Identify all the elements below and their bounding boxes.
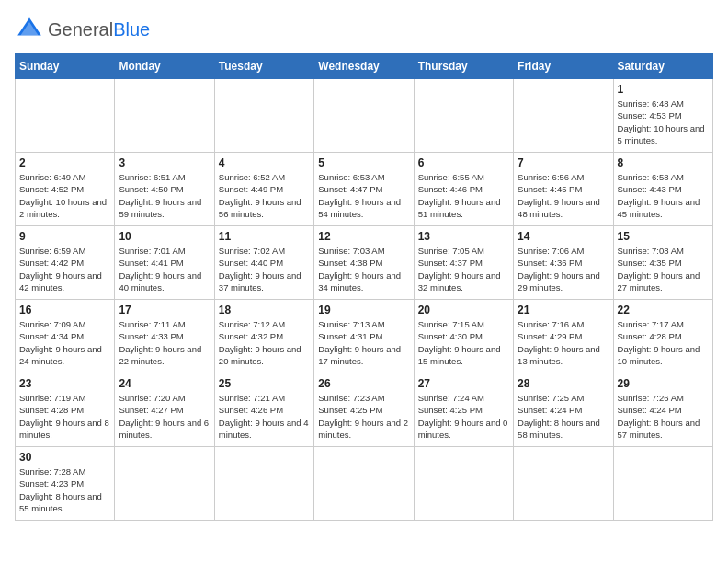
day-info: Sunrise: 7:17 AM Sunset: 4:28 PM Dayligh… xyxy=(618,318,709,367)
calendar-day-5: 5Sunrise: 6:53 AM Sunset: 4:47 PM Daylig… xyxy=(314,153,414,226)
day-info: Sunrise: 7:02 AM Sunset: 4:40 PM Dayligh… xyxy=(219,245,310,293)
calendar-week-2: 2Sunrise: 6:49 AM Sunset: 4:52 PM Daylig… xyxy=(16,153,713,226)
day-info: Sunrise: 7:23 AM Sunset: 4:25 PM Dayligh… xyxy=(318,392,409,441)
calendar-week-3: 9Sunrise: 6:59 AM Sunset: 4:42 PM Daylig… xyxy=(16,226,713,300)
calendar-day-12: 12Sunrise: 7:03 AM Sunset: 4:38 PM Dayli… xyxy=(314,226,414,300)
day-number: 22 xyxy=(618,304,709,316)
calendar-empty-cell xyxy=(115,447,214,521)
logo-blue: Blue xyxy=(113,19,150,40)
calendar-empty-cell xyxy=(214,447,313,521)
calendar-empty-cell xyxy=(214,79,313,153)
calendar-day-28: 28Sunrise: 7:25 AM Sunset: 4:24 PM Dayli… xyxy=(514,373,613,447)
calendar-day-21: 21Sunrise: 7:16 AM Sunset: 4:29 PM Dayli… xyxy=(514,300,613,373)
day-info: Sunrise: 7:13 AM Sunset: 4:31 PM Dayligh… xyxy=(318,318,409,367)
calendar-day-18: 18Sunrise: 7:12 AM Sunset: 4:32 PM Dayli… xyxy=(214,300,313,373)
calendar-header-sunday: Sunday xyxy=(16,54,115,79)
day-number: 20 xyxy=(418,304,509,316)
calendar-day-11: 11Sunrise: 7:02 AM Sunset: 4:40 PM Dayli… xyxy=(214,226,313,300)
day-number: 27 xyxy=(418,377,509,390)
day-info: Sunrise: 7:15 AM Sunset: 4:30 PM Dayligh… xyxy=(418,318,509,367)
day-number: 24 xyxy=(119,377,210,390)
logo: GeneralBlue xyxy=(15,15,150,44)
day-info: Sunrise: 6:53 AM Sunset: 4:47 PM Dayligh… xyxy=(318,171,409,220)
logo-text: GeneralBlue xyxy=(48,20,150,39)
generalblue-logo-icon xyxy=(15,15,44,44)
day-number: 18 xyxy=(219,304,310,316)
day-number: 8 xyxy=(618,156,709,169)
day-info: Sunrise: 7:25 AM Sunset: 4:24 PM Dayligh… xyxy=(518,392,609,441)
calendar-header-row: SundayMondayTuesdayWednesdayThursdayFrid… xyxy=(16,54,713,79)
day-info: Sunrise: 7:05 AM Sunset: 4:37 PM Dayligh… xyxy=(418,245,509,293)
calendar-table: SundayMondayTuesdayWednesdayThursdayFrid… xyxy=(15,53,713,521)
day-info: Sunrise: 7:01 AM Sunset: 4:41 PM Dayligh… xyxy=(119,245,210,293)
calendar-empty-cell xyxy=(314,79,414,153)
day-info: Sunrise: 6:58 AM Sunset: 4:43 PM Dayligh… xyxy=(618,171,709,220)
calendar-week-5: 23Sunrise: 7:19 AM Sunset: 4:28 PM Dayli… xyxy=(16,373,713,447)
calendar-day-17: 17Sunrise: 7:11 AM Sunset: 4:33 PM Dayli… xyxy=(115,300,214,373)
day-info: Sunrise: 7:19 AM Sunset: 4:28 PM Dayligh… xyxy=(19,392,110,441)
day-number: 4 xyxy=(219,156,310,169)
day-number: 17 xyxy=(119,304,210,316)
day-info: Sunrise: 7:16 AM Sunset: 4:29 PM Dayligh… xyxy=(518,318,609,367)
page-header: GeneralBlue xyxy=(15,15,713,44)
day-number: 3 xyxy=(119,156,210,169)
day-number: 21 xyxy=(518,304,609,316)
calendar-day-3: 3Sunrise: 6:51 AM Sunset: 4:50 PM Daylig… xyxy=(115,153,214,226)
calendar-day-22: 22Sunrise: 7:17 AM Sunset: 4:28 PM Dayli… xyxy=(613,300,712,373)
calendar-day-2: 2Sunrise: 6:49 AM Sunset: 4:52 PM Daylig… xyxy=(16,153,115,226)
day-info: Sunrise: 6:55 AM Sunset: 4:46 PM Dayligh… xyxy=(418,171,509,220)
calendar-empty-cell xyxy=(115,79,214,153)
calendar-week-4: 16Sunrise: 7:09 AM Sunset: 4:34 PM Dayli… xyxy=(16,300,713,373)
day-info: Sunrise: 7:20 AM Sunset: 4:27 PM Dayligh… xyxy=(119,392,210,441)
calendar-day-25: 25Sunrise: 7:21 AM Sunset: 4:26 PM Dayli… xyxy=(214,373,313,447)
day-number: 13 xyxy=(418,230,509,243)
day-info: Sunrise: 7:09 AM Sunset: 4:34 PM Dayligh… xyxy=(19,318,110,367)
calendar-empty-cell xyxy=(514,79,613,153)
calendar-header-friday: Friday xyxy=(514,54,613,79)
day-info: Sunrise: 7:21 AM Sunset: 4:26 PM Dayligh… xyxy=(219,392,310,441)
day-number: 30 xyxy=(19,451,110,464)
day-info: Sunrise: 7:28 AM Sunset: 4:23 PM Dayligh… xyxy=(19,465,110,514)
day-number: 16 xyxy=(19,304,110,316)
day-info: Sunrise: 6:51 AM Sunset: 4:50 PM Dayligh… xyxy=(119,171,210,220)
day-info: Sunrise: 6:48 AM Sunset: 4:53 PM Dayligh… xyxy=(618,98,709,146)
calendar-empty-cell xyxy=(16,79,115,153)
day-number: 26 xyxy=(318,377,409,390)
calendar-day-26: 26Sunrise: 7:23 AM Sunset: 4:25 PM Dayli… xyxy=(314,373,414,447)
calendar-header-thursday: Thursday xyxy=(414,54,513,79)
day-number: 14 xyxy=(518,230,609,243)
calendar-empty-cell xyxy=(314,447,414,521)
day-number: 2 xyxy=(19,156,110,169)
calendar-day-6: 6Sunrise: 6:55 AM Sunset: 4:46 PM Daylig… xyxy=(414,153,513,226)
calendar-week-1: 1Sunrise: 6:48 AM Sunset: 4:53 PM Daylig… xyxy=(16,79,713,153)
calendar-empty-cell xyxy=(613,447,712,521)
calendar-day-1: 1Sunrise: 6:48 AM Sunset: 4:53 PM Daylig… xyxy=(613,79,712,153)
calendar-day-19: 19Sunrise: 7:13 AM Sunset: 4:31 PM Dayli… xyxy=(314,300,414,373)
day-info: Sunrise: 6:49 AM Sunset: 4:52 PM Dayligh… xyxy=(19,171,110,220)
calendar-day-24: 24Sunrise: 7:20 AM Sunset: 4:27 PM Dayli… xyxy=(115,373,214,447)
day-number: 12 xyxy=(318,230,409,243)
calendar-empty-cell xyxy=(414,447,513,521)
day-number: 6 xyxy=(418,156,509,169)
calendar-header-wednesday: Wednesday xyxy=(314,54,414,79)
calendar-day-29: 29Sunrise: 7:26 AM Sunset: 4:24 PM Dayli… xyxy=(613,373,712,447)
day-number: 23 xyxy=(19,377,110,390)
day-info: Sunrise: 7:08 AM Sunset: 4:35 PM Dayligh… xyxy=(618,245,709,293)
day-number: 19 xyxy=(318,304,409,316)
day-info: Sunrise: 6:59 AM Sunset: 4:42 PM Dayligh… xyxy=(19,245,110,293)
calendar-day-7: 7Sunrise: 6:56 AM Sunset: 4:45 PM Daylig… xyxy=(514,153,613,226)
day-info: Sunrise: 7:24 AM Sunset: 4:25 PM Dayligh… xyxy=(418,392,509,441)
day-number: 25 xyxy=(219,377,310,390)
day-info: Sunrise: 7:26 AM Sunset: 4:24 PM Dayligh… xyxy=(618,392,709,441)
calendar-day-30: 30Sunrise: 7:28 AM Sunset: 4:23 PM Dayli… xyxy=(16,447,115,521)
calendar-day-20: 20Sunrise: 7:15 AM Sunset: 4:30 PM Dayli… xyxy=(414,300,513,373)
day-number: 7 xyxy=(518,156,609,169)
calendar-empty-cell xyxy=(514,447,613,521)
calendar-day-27: 27Sunrise: 7:24 AM Sunset: 4:25 PM Dayli… xyxy=(414,373,513,447)
calendar-header-monday: Monday xyxy=(115,54,214,79)
day-number: 29 xyxy=(618,377,709,390)
day-number: 1 xyxy=(618,83,709,96)
day-number: 9 xyxy=(19,230,110,243)
calendar-day-13: 13Sunrise: 7:05 AM Sunset: 4:37 PM Dayli… xyxy=(414,226,513,300)
calendar-empty-cell xyxy=(414,79,513,153)
